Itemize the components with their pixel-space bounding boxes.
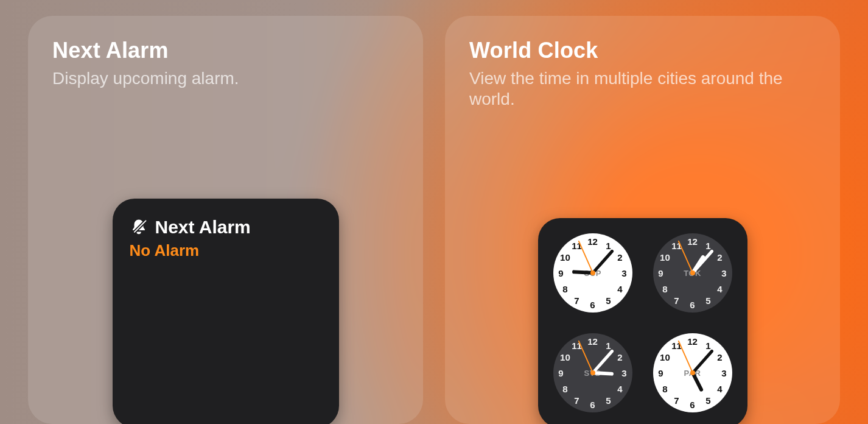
analog-clock: 123456789101112SYD xyxy=(553,333,632,412)
clock-second-hand xyxy=(677,241,693,274)
clock-minute-hand xyxy=(592,349,614,374)
clock-numeral: 2 xyxy=(617,252,622,263)
clock-numeral: 1 xyxy=(705,340,710,350)
clock-numeral: 8 xyxy=(662,284,667,294)
clock-numeral: 2 xyxy=(717,252,722,263)
clock-slot: 123456789101112PAR xyxy=(646,327,739,419)
clock-numeral: 6 xyxy=(690,300,695,310)
analog-clock: 123456789101112CUP xyxy=(553,233,632,313)
clock-numeral: 10 xyxy=(660,352,670,362)
clock-second-hand xyxy=(578,341,593,373)
clock-numeral: 10 xyxy=(560,352,570,362)
clock-numeral: 8 xyxy=(562,284,567,294)
clock-numeral: 9 xyxy=(658,268,663,278)
clock-numeral: 6 xyxy=(590,300,595,310)
bell-slash-icon xyxy=(130,218,148,236)
clock-second-hand xyxy=(578,241,593,274)
clock-numeral: 3 xyxy=(721,268,726,278)
clock-numeral: 8 xyxy=(662,384,667,394)
clock-numeral: 5 xyxy=(606,395,611,406)
clock-numeral: 9 xyxy=(558,268,563,278)
clock-numeral: 1 xyxy=(606,340,611,350)
clock-numeral: 4 xyxy=(617,384,622,394)
clock-slot: 123456789101112CUP xyxy=(547,227,639,319)
clock-numeral: 12 xyxy=(587,236,598,247)
clock-numeral: 12 xyxy=(587,336,598,347)
widget-card-world-clock[interactable]: World Clock View the time in multiple ci… xyxy=(445,16,840,424)
clock-numeral: 10 xyxy=(660,252,670,263)
clock-numeral: 7 xyxy=(674,395,679,406)
alarm-widget-status: No Alarm xyxy=(130,241,322,260)
clock-numeral: 2 xyxy=(717,352,722,362)
clock-minute-hand xyxy=(691,349,714,374)
clock-second-hand xyxy=(677,341,693,373)
clock-minute-hand xyxy=(691,249,714,274)
clock-numeral: 7 xyxy=(574,295,579,306)
clock-numeral: 9 xyxy=(558,368,563,378)
analog-clock: 123456789101112PAR xyxy=(653,333,732,412)
alarm-widget-title: Next Alarm xyxy=(155,217,251,238)
clock-numeral: 1 xyxy=(705,240,710,250)
clock-numeral: 5 xyxy=(606,295,611,306)
clock-numeral: 3 xyxy=(621,268,626,278)
clock-slot: 123456789101112SYD xyxy=(547,327,639,419)
clock-numeral: 4 xyxy=(617,284,622,294)
analog-clock: 123456789101112TOK xyxy=(653,233,732,313)
next-alarm-widget-preview[interactable]: Next Alarm No Alarm xyxy=(113,199,339,424)
clock-slot: 123456789101112TOK xyxy=(646,227,739,319)
clock-minute-hand xyxy=(592,249,614,274)
widget-gallery-row: Next Alarm Display upcoming alarm. Next … xyxy=(0,0,868,424)
clock-numeral: 3 xyxy=(621,368,626,378)
clock-numeral: 2 xyxy=(617,352,622,362)
clock-numeral: 3 xyxy=(721,368,726,378)
card-title: World Clock xyxy=(469,38,816,63)
clock-numeral: 7 xyxy=(674,295,679,306)
world-clock-widget-preview[interactable]: 123456789101112CUP 123456789101112TOK 12… xyxy=(538,218,747,424)
clock-numeral: 7 xyxy=(574,395,579,406)
clock-numeral: 8 xyxy=(562,384,567,394)
clock-numeral: 9 xyxy=(658,368,663,378)
clock-numeral: 12 xyxy=(687,336,698,347)
clock-numeral: 12 xyxy=(687,236,698,247)
clock-pivot xyxy=(590,270,595,275)
card-title: Next Alarm xyxy=(52,38,399,63)
clock-numeral: 6 xyxy=(590,400,595,410)
clock-numeral: 10 xyxy=(560,252,570,263)
clock-pivot xyxy=(690,270,695,275)
clock-numeral: 5 xyxy=(705,395,710,406)
clock-numeral: 6 xyxy=(690,400,695,410)
clock-numeral: 4 xyxy=(717,284,722,294)
card-description: Display upcoming alarm. xyxy=(52,68,369,89)
clock-numeral: 4 xyxy=(717,384,722,394)
clock-pivot xyxy=(690,370,695,375)
card-description: View the time in multiple cities around … xyxy=(469,68,786,109)
clock-pivot xyxy=(590,370,595,375)
clock-numeral: 1 xyxy=(606,240,611,250)
clock-numeral: 5 xyxy=(705,295,710,306)
widget-card-next-alarm[interactable]: Next Alarm Display upcoming alarm. Next … xyxy=(28,16,423,424)
